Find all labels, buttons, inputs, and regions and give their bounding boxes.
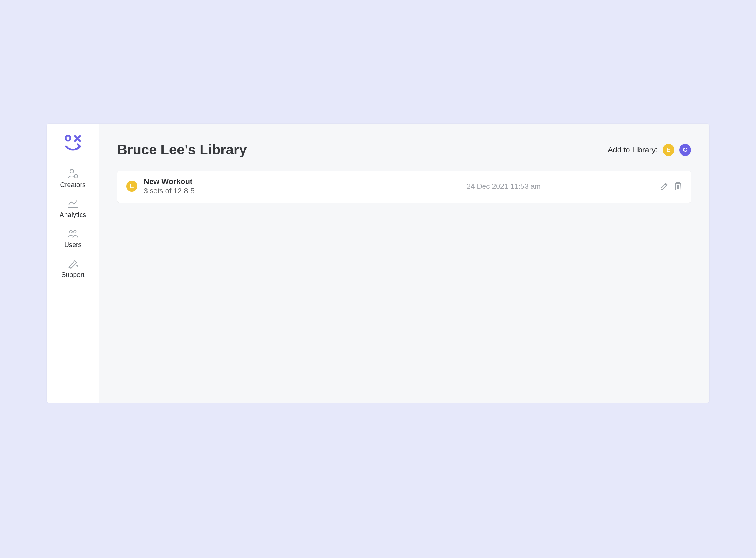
library-item-row[interactable]: E New Workout 3 sets of 12-8-5 24 Dec 20… bbox=[117, 171, 691, 203]
creators-icon bbox=[67, 168, 79, 180]
sidebar-item-creators[interactable]: Creators bbox=[47, 164, 99, 194]
sidebar-item-label: Support bbox=[61, 271, 85, 279]
main-content: Bruce Lee's Library Add to Library: E C … bbox=[99, 124, 709, 403]
library-item-actions bbox=[660, 181, 682, 191]
users-icon bbox=[67, 228, 79, 240]
svg-point-0 bbox=[66, 136, 70, 141]
edit-button[interactable] bbox=[660, 182, 669, 191]
trash-icon bbox=[674, 181, 682, 191]
add-to-library-label: Add to Library: bbox=[608, 145, 658, 154]
item-type-badge: E bbox=[126, 181, 137, 192]
sidebar-item-label: Creators bbox=[60, 181, 86, 189]
library-item-date: 24 Dec 2021 11:53 am bbox=[348, 182, 660, 190]
sidebar-item-analytics[interactable]: Analytics bbox=[47, 194, 99, 224]
svg-point-3 bbox=[70, 231, 73, 233]
add-to-library: Add to Library: E C bbox=[608, 144, 691, 156]
support-icon bbox=[67, 258, 79, 270]
library-item-subtitle: 3 sets of 12-8-5 bbox=[144, 186, 195, 195]
add-circuit-button[interactable]: C bbox=[679, 144, 691, 156]
library-item-texts: New Workout 3 sets of 12-8-5 bbox=[144, 177, 195, 196]
sidebar: Creators Analytics Users bbox=[47, 124, 99, 403]
sidebar-item-support[interactable]: Support bbox=[47, 254, 99, 284]
analytics-icon bbox=[67, 198, 79, 210]
svg-point-1 bbox=[70, 169, 74, 173]
delete-button[interactable] bbox=[674, 181, 682, 191]
sidebar-item-label: Analytics bbox=[60, 211, 86, 219]
header: Bruce Lee's Library Add to Library: E C bbox=[117, 142, 691, 158]
app-frame: Creators Analytics Users bbox=[47, 124, 709, 403]
sidebar-item-label: Users bbox=[64, 241, 82, 249]
pencil-icon bbox=[660, 182, 669, 191]
library-item-title: New Workout bbox=[144, 177, 195, 186]
page-title: Bruce Lee's Library bbox=[117, 142, 247, 158]
sidebar-item-users[interactable]: Users bbox=[47, 224, 99, 254]
svg-point-4 bbox=[74, 231, 76, 233]
app-logo-icon bbox=[63, 134, 82, 152]
add-exercise-button[interactable]: E bbox=[663, 144, 674, 156]
